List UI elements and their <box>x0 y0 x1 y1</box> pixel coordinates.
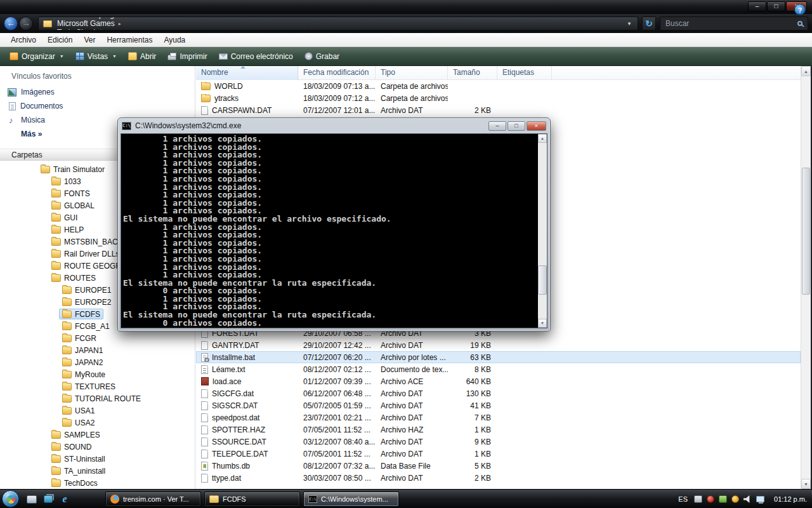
taskbar-button-fcdfs[interactable]: FCDFS <box>204 491 300 507</box>
breadcrumb-item-train-simulator[interactable]: Train Simulator▸ <box>54 28 138 30</box>
folder-icon <box>62 395 72 403</box>
scrollbar-thumb[interactable] <box>802 168 810 295</box>
file-row-spotter-haz[interactable]: SPOTTER.HAZ 07/05/2001 11:52 ... Archivo… <box>196 424 801 436</box>
folder-icon <box>51 214 61 222</box>
file-row-ytracks[interactable]: ytracks 18/03/2009 07:12 a... Carpeta de… <box>196 92 801 104</box>
taskbar-button-c-windows-system[interactable]: C:\C:\Windows\system... <box>303 491 399 507</box>
tree-item-tutorial-route[interactable]: TUTORIAL ROUTE <box>0 392 195 404</box>
console-scrollbar[interactable]: ▲ ▼ <box>538 134 547 328</box>
bat-file-icon <box>201 353 208 362</box>
forward-button[interactable]: → <box>19 17 33 30</box>
breadcrumb-dropdown-icon[interactable]: ▼ <box>624 21 635 27</box>
help-button[interactable]: ? <box>794 4 806 15</box>
tree-item-japan1[interactable]: JAPAN1 <box>0 344 195 356</box>
scroll-up-icon[interactable]: ▲ <box>801 66 811 76</box>
correo-icon <box>219 53 228 60</box>
file-row-ttype-dat[interactable]: ttype.dat 30/03/2007 08:50 ... Archivo D… <box>196 472 801 484</box>
show-desktop-icon[interactable] <box>25 493 38 505</box>
tree-item-st-uninstall[interactable]: ST-Uninstall <box>0 453 195 465</box>
file-row-installme-bat[interactable]: Installme.bat 07/12/2007 06:20 ... Archi… <box>196 351 801 363</box>
folder-icon <box>51 467 61 475</box>
menu-item-herramientas[interactable]: Herramientas <box>101 33 158 47</box>
file-row-speedpost-dat[interactable]: speedpost.dat 23/07/2001 02:21 ... Archi… <box>196 411 801 424</box>
safely-remove-icon[interactable] <box>719 495 727 503</box>
column-header-fecha-modificaci-n[interactable]: Fecha modificación <box>298 66 376 80</box>
cmd-icon: C:\ <box>308 495 317 503</box>
back-button[interactable]: ← <box>4 17 18 30</box>
tree-item-fcgr[interactable]: FCGR <box>0 332 195 344</box>
console-area[interactable]: 1 archivos copiados. 1 archivos copiados… <box>121 133 547 328</box>
file-row-carspawn-dat[interactable]: CARSPAWN.DAT 07/12/2007 12:01 a... Archi… <box>196 104 801 116</box>
cmd-minimize-button[interactable]: – <box>488 121 506 131</box>
toolbar-button-correo-electr-nico[interactable]: Correo electrónico <box>213 49 299 64</box>
app-icon[interactable] <box>694 495 702 503</box>
tree-item-myroute[interactable]: MyRoute <box>0 368 195 380</box>
clock[interactable]: 01:12 p.m. <box>769 495 807 503</box>
maximize-button[interactable]: □ <box>767 1 785 11</box>
menu-item-edici-n[interactable]: Edición <box>42 33 78 47</box>
tree-item-sound[interactable]: SOUND <box>0 441 195 453</box>
toolbar-button-organizar[interactable]: Organizar▼ <box>4 49 70 64</box>
toolbar-button-abrir[interactable]: Abrir <box>122 49 162 64</box>
update-icon[interactable] <box>731 495 739 503</box>
console-scrollbar-thumb[interactable] <box>538 265 547 295</box>
vistas-icon <box>75 52 84 60</box>
dropdown-caret-icon: ▼ <box>60 54 64 58</box>
imprimir-icon <box>167 55 176 60</box>
language-indicator[interactable]: ES <box>676 494 690 504</box>
file-row-l-ame-txt[interactable]: Léame.txt 08/12/2007 02:12 ... Documento… <box>196 363 801 375</box>
cmd-titlebar[interactable]: C:\ C:\Windows\system32\cmd.exe – □ × <box>118 118 550 133</box>
cmd-maximize-button[interactable]: □ <box>508 121 525 131</box>
switch-windows-icon[interactable] <box>42 493 55 505</box>
menu-item-ver[interactable]: Ver <box>78 33 101 47</box>
tree-item-techdocs[interactable]: TechDocs <box>0 477 195 489</box>
internet-explorer-icon[interactable] <box>58 493 71 505</box>
column-header-tama-o[interactable]: Tamaño <box>448 66 497 80</box>
tree-item-textures[interactable]: TEXTURES <box>0 380 195 392</box>
column-header-nombre[interactable]: Nombre <box>196 66 298 80</box>
column-header-tipo[interactable]: Tipo <box>376 66 448 80</box>
folder-icon <box>201 95 211 102</box>
explorer-titlebar[interactable]: – □ × <box>0 0 812 14</box>
minimize-button[interactable]: – <box>748 1 766 11</box>
tree-item-usa2[interactable]: USA2 <box>0 417 195 429</box>
toolbar-button-vistas[interactable]: Vistas▼ <box>70 49 122 64</box>
filelist-scrollbar[interactable]: ▲ ▼ <box>801 66 811 489</box>
file-row-gantry-dat[interactable]: GANTRY.DAT 29/10/2007 12:42 ... Archivo … <box>196 339 801 351</box>
taskbar-button-trensim-com-ver-t[interactable]: trensim.com · Ver T... <box>105 491 201 507</box>
file-row-sigscr-dat[interactable]: SIGSCR.DAT 05/07/2005 01:59 ... Archivo … <box>196 399 801 411</box>
cmd-close-button[interactable]: × <box>527 121 546 131</box>
file-row-load-ace[interactable]: load.ace 01/12/2007 09:39 ... Archivo AC… <box>196 375 801 387</box>
refresh-button[interactable]: ↻ <box>642 17 656 30</box>
console-scroll-down-icon[interactable]: ▼ <box>538 319 547 328</box>
volume-icon[interactable] <box>743 495 752 504</box>
scroll-down-icon[interactable]: ▼ <box>801 479 811 489</box>
file-row-world[interactable]: WORLD 18/03/2009 07:13 a... Carpeta de a… <box>196 80 801 92</box>
column-header-etiquetas[interactable]: Etiquetas <box>497 66 552 80</box>
file-row-ssource-dat[interactable]: SSOURCE.DAT 03/12/2007 08:40 a... Archiv… <box>196 436 801 448</box>
toolbar-button-imprimir[interactable]: Imprimir <box>162 49 213 64</box>
folders-title: Carpetas <box>11 150 43 159</box>
file-row-thumbs-db[interactable]: Thumbs.db 08/12/2007 07:32 a... Data Bas… <box>196 460 801 472</box>
file-row-telepole-dat[interactable]: TELEPOLE.DAT 07/05/2001 11:52 ... Archiv… <box>196 448 801 460</box>
cmd-window[interactable]: C:\ C:\Windows\system32\cmd.exe – □ × 1 … <box>117 117 551 331</box>
breadcrumb[interactable]: Equipo▸Disco local (C:)▸Archivos de prog… <box>38 17 638 30</box>
console-scroll-up-icon[interactable]: ▲ <box>538 134 547 143</box>
network-icon[interactable] <box>756 496 764 502</box>
menu-item-ayuda[interactable]: Ayuda <box>158 33 191 47</box>
tree-item-ta-uninstall[interactable]: TA_uninstall <box>0 465 195 477</box>
antivirus-icon[interactable] <box>707 495 714 503</box>
menu-item-archivo[interactable]: Archivo <box>5 33 42 47</box>
desktop: – □ × ← → Equipo▸Disco local (C:)▸Archiv… <box>0 0 812 508</box>
start-button[interactable] <box>2 490 19 507</box>
search-input[interactable]: Buscar <box>660 17 808 30</box>
tree-item-usa1[interactable]: USA1 <box>0 404 195 417</box>
tree-item-samples[interactable]: SAMPLES <box>0 429 195 441</box>
breadcrumb-item-microsoft-games[interactable]: Microsoft Games▸ <box>54 19 138 28</box>
toolbar-button-grabar[interactable]: Grabar <box>299 49 345 64</box>
folder-icon <box>62 311 72 318</box>
file-row-sigcfg-dat[interactable]: SIGCFG.dat 06/12/2007 06:48 ... Archivo … <box>196 387 801 399</box>
favorite-link-im-genes[interactable]: Imágenes <box>0 85 195 99</box>
favorite-link-documentos[interactable]: Documentos <box>0 99 195 113</box>
tree-item-japan2[interactable]: JAPAN2 <box>0 356 195 368</box>
